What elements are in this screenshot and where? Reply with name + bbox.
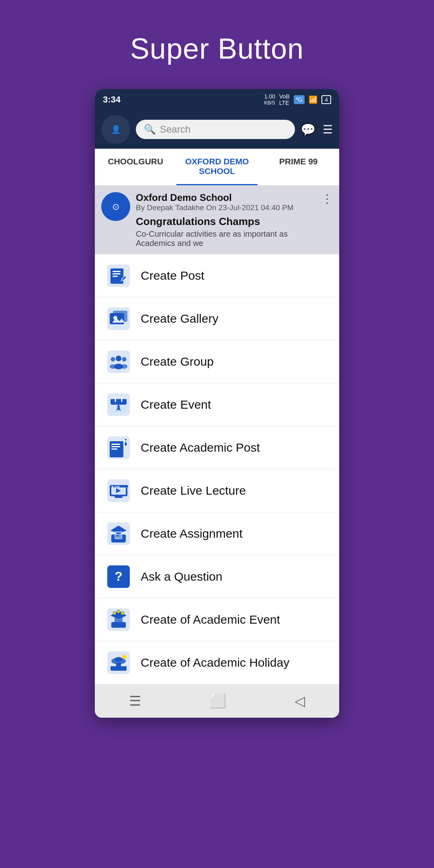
nav-back-icon[interactable]: ◁ (295, 693, 305, 709)
user-avatar[interactable]: 👤 (101, 115, 130, 144)
create-post-label: Create Post (141, 269, 204, 283)
create-gallery-icon (106, 306, 131, 331)
feed-meta: By Deepak Tadakhe On 23-Jul-2021 04:40 P… (136, 203, 316, 212)
svg-rect-35 (111, 446, 120, 447)
svg-text:?: ? (115, 569, 123, 583)
svg-point-15 (111, 357, 115, 362)
menu-item-create-academic-post[interactable]: Create Academic Post (95, 426, 339, 469)
menu-list: Create Post Create Gallery (95, 254, 339, 684)
status-4g: ⁴G (294, 95, 305, 104)
svg-point-38 (125, 438, 127, 441)
feed-preview: ⊙ Oxford Demo School By Deepak Tadakhe O… (95, 186, 339, 254)
svg-point-14 (116, 356, 121, 361)
svg-text:▶ LIVE: ▶ LIVE (112, 485, 120, 488)
create-academic-holiday-icon (106, 650, 131, 675)
feed-content: Oxford Demo School By Deepak Tadakhe On … (136, 192, 316, 248)
svg-rect-44 (117, 496, 120, 498)
create-assignment-icon (106, 521, 131, 546)
signal-icon: 📶 (309, 95, 317, 104)
tabs-bar: CHOOLGURU OXFORD DEMO SCHOOL PRIME 99 (95, 149, 339, 186)
status-volte: VoBLTE (279, 93, 290, 106)
menu-item-create-academic-holiday[interactable]: Create of Academic Holiday (95, 641, 339, 684)
page-title: Super Button (130, 32, 304, 65)
create-post-icon (106, 263, 131, 288)
status-bar: 3:34 1.00 KB/S VoBLTE ⁴G 📶 4 (95, 89, 339, 110)
menu-item-create-gallery[interactable]: Create Gallery (95, 297, 339, 340)
search-placeholder-text: Search (160, 124, 190, 135)
nav-home-icon[interactable]: ⬜ (209, 693, 226, 709)
svg-rect-8 (113, 276, 118, 277)
svg-rect-6 (113, 271, 121, 272)
menu-item-create-academic-event[interactable]: Create of Academic Event (95, 598, 339, 641)
svg-point-58 (117, 610, 120, 613)
create-academic-post-label: Create Academic Post (141, 441, 260, 454)
app-header: 👤 🔍 Search 💬 ☰ (95, 110, 339, 149)
bottom-nav: ☰ ⬜ ◁ (95, 684, 339, 718)
status-icons: 1.00 KB/S VoBLTE ⁴G 📶 4 (264, 93, 331, 106)
svg-point-16 (122, 357, 127, 362)
svg-rect-36 (111, 448, 117, 450)
svg-text:⊙: ⊙ (112, 202, 119, 212)
nav-menu-icon[interactable]: ☰ (129, 693, 141, 709)
svg-rect-55 (115, 616, 123, 623)
tab-choolguru[interactable]: CHOOLGURU (95, 149, 176, 185)
chat-icon[interactable]: 💬 (301, 123, 315, 137)
create-academic-post-icon (106, 435, 131, 460)
menu-item-create-group[interactable]: Create Group (95, 340, 339, 383)
svg-rect-27 (111, 399, 127, 405)
menu-item-create-assignment[interactable]: Create Assignment (95, 512, 339, 555)
create-group-label: Create Group (141, 355, 214, 368)
header-icons: 💬 ☰ (301, 123, 333, 137)
feed-post-body: Co-Curricular activities are as importan… (136, 229, 316, 248)
feed-school-name: Oxford Demo School (136, 192, 316, 203)
create-academic-holiday-label: Create of Academic Holiday (141, 656, 289, 669)
menu-item-create-post[interactable]: Create Post (95, 254, 339, 297)
ask-question-icon: ? (106, 564, 131, 589)
create-live-lecture-icon: ▶ LIVE (106, 478, 131, 503)
svg-rect-51 (116, 535, 119, 536)
status-network: 1.00 KB/S (264, 93, 275, 106)
svg-point-57 (113, 612, 116, 615)
status-time: 3:34 (103, 94, 121, 105)
menu-item-create-event[interactable]: Create Event (95, 383, 339, 426)
svg-point-64 (115, 657, 123, 662)
school-avatar: ⊙ (101, 192, 130, 221)
svg-rect-7 (113, 273, 121, 274)
feed-more-icon[interactable]: ⋮ (321, 192, 333, 205)
menu-item-ask-question[interactable]: ? Ask a Question (95, 555, 339, 598)
menu-item-create-live-lecture[interactable]: ▶ LIVE Create Live Lecture (95, 469, 339, 512)
tab-prime99[interactable]: PRIME 99 (258, 149, 339, 185)
svg-rect-50 (116, 533, 121, 534)
create-group-icon (106, 349, 131, 374)
menu-icon[interactable]: ☰ (323, 123, 333, 136)
svg-rect-13 (107, 350, 130, 373)
create-gallery-label: Create Gallery (141, 312, 218, 326)
search-bar[interactable]: 🔍 Search (136, 120, 295, 139)
feed-post-title: Congratulations Champs (136, 215, 316, 228)
svg-point-19 (121, 364, 127, 369)
create-live-lecture-label: Create Live Lecture (141, 484, 246, 497)
phone-frame: 3:34 1.00 KB/S VoBLTE ⁴G 📶 4 👤 🔍 Search … (95, 89, 339, 718)
create-academic-event-label: Create of Academic Event (141, 613, 280, 626)
search-icon: 🔍 (144, 124, 156, 135)
create-academic-event-icon (106, 607, 131, 632)
create-assignment-label: Create Assignment (141, 527, 242, 540)
create-event-label: Create Event (141, 398, 211, 411)
tab-oxford[interactable]: OXFORD DEMO SCHOOL (176, 149, 258, 185)
svg-rect-56 (111, 622, 126, 628)
battery-icon: 4 (321, 95, 331, 104)
svg-point-18 (110, 364, 116, 369)
ask-question-label: Ask a Question (141, 570, 222, 583)
svg-point-59 (121, 612, 124, 615)
svg-rect-34 (111, 444, 120, 445)
create-event-icon (106, 392, 131, 417)
svg-text:👤: 👤 (111, 125, 121, 134)
